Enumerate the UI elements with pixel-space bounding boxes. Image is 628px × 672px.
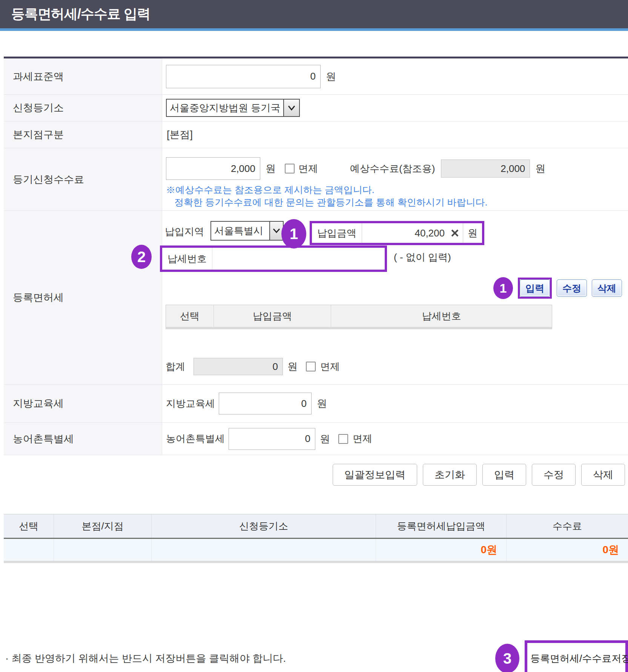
estimate-fee-label: 예상수수료(참조용) bbox=[350, 162, 435, 175]
license-table-header-select: 선택 bbox=[166, 305, 214, 327]
won-unit: 원 bbox=[463, 227, 482, 240]
row-office-type: 본지점구분 [본점] bbox=[4, 121, 628, 148]
input-button[interactable]: 입력 bbox=[482, 464, 526, 486]
tax-number-highlight-box: 납세번호 bbox=[160, 245, 387, 272]
license-delete-button[interactable]: 삭제 bbox=[592, 279, 622, 297]
sum-input bbox=[193, 358, 283, 375]
office-type-value: [본점] bbox=[167, 128, 193, 141]
summary-header-tax-amount: 등록면허세납입금액 bbox=[376, 514, 507, 538]
title-bar: 등록면허세/수수료 입력 bbox=[0, 0, 628, 31]
tax-base-label: 과세표준액 bbox=[4, 58, 162, 94]
bulk-input-button[interactable]: 일괄정보입력 bbox=[333, 464, 417, 486]
step-badge-1: 1 bbox=[493, 277, 513, 299]
license-tax-label: 등록면허세 bbox=[4, 211, 162, 384]
save-button[interactable]: 등록면허세/수수료저장 bbox=[528, 644, 625, 672]
step-badge-1: 1 bbox=[281, 219, 306, 249]
clear-x-icon[interactable] bbox=[447, 229, 463, 237]
amount-highlight-box: 납입금액 40,200 원 bbox=[310, 221, 484, 245]
chevron-down-icon bbox=[273, 228, 280, 233]
footer-note: · 최종 반영하기 위해서는 반드시 저장버튼을 클릭해야 합니다. bbox=[5, 652, 286, 665]
fee-notice-line1: ※예상수수료는 참조용으로 제시하는 금액입니다. bbox=[166, 184, 628, 196]
region-select[interactable]: 서울특별시 bbox=[210, 221, 284, 241]
tax-number-input[interactable] bbox=[212, 248, 385, 270]
tax-number-hint: ( - 없이 입력) bbox=[394, 251, 451, 264]
page-title: 등록면허세/수수료 입력 bbox=[11, 5, 150, 23]
amount-value[interactable]: 40,200 bbox=[362, 227, 447, 239]
license-input-button[interactable]: 입력 bbox=[520, 279, 550, 297]
form-table: 과세표준액 원 신청등기소 서울중앙지방법원 등기국 본지점구분 bbox=[4, 57, 628, 455]
license-table-header-taxno: 납세번호 bbox=[331, 305, 552, 327]
fee-notice: ※예상수수료는 참조용으로 제시하는 금액입니다. 정확한 등기수수료에 대한 … bbox=[166, 184, 628, 209]
won-unit: 원 bbox=[266, 162, 276, 175]
region-selected: 서울특별시 bbox=[211, 222, 269, 240]
summary-table-header: 선택 본점/지점 신청등기소 등록면허세납입금액 수수료 bbox=[4, 514, 628, 539]
summary-cell-select bbox=[4, 539, 54, 561]
summary-table-row[interactable]: 0원 0원 bbox=[4, 539, 628, 563]
input-button-highlight: 입력 bbox=[518, 278, 552, 299]
registry-office-label: 신청등기소 bbox=[4, 95, 162, 121]
won-unit: 원 bbox=[317, 397, 327, 410]
summary-header-office: 본점/지점 bbox=[54, 514, 152, 538]
tax-base-input[interactable] bbox=[166, 65, 321, 88]
license-table-header-amount: 납입금액 bbox=[214, 305, 331, 327]
fee-exempt-label: 면제 bbox=[298, 162, 318, 175]
license-tax-table: 선택 납입금액 납세번호 bbox=[166, 305, 552, 329]
row-license-tax: 등록면허세 납입지역 서울특별시 1 납입금액 40,200 bbox=[4, 211, 628, 385]
note-bullet: · bbox=[5, 653, 9, 664]
fee-notice-line2: 정확한 등기수수료에 대한 문의는 관할등기소를 통해 확인하시기 바랍니다. bbox=[166, 196, 628, 209]
license-tax-actions: 1 입력 수정 삭제 bbox=[493, 277, 622, 299]
rural-exempt-label: 면제 bbox=[353, 432, 372, 445]
reset-button[interactable]: 초기화 bbox=[423, 464, 477, 486]
summary-header-registry: 신청등기소 bbox=[152, 514, 376, 538]
license-tax-sum-line: 합계 원 면제 bbox=[166, 358, 340, 375]
rural-exempt-checkbox[interactable] bbox=[338, 434, 348, 444]
summary-header-fee: 수수료 bbox=[507, 514, 628, 538]
region-select-arrow[interactable] bbox=[269, 222, 283, 240]
won-unit: 원 bbox=[535, 162, 545, 175]
note-text: 최종 반영하기 위해서는 반드시 저장버튼을 클릭해야 합니다. bbox=[12, 653, 286, 664]
sum-label: 합계 bbox=[166, 360, 185, 373]
row-application-fee: 등기신청수수료 원 면제 예상수수료(참조용) 원 ※예상수수료는 참조용으로 … bbox=[4, 148, 628, 211]
summary-cell-tax-amount: 0원 bbox=[376, 539, 507, 561]
application-fee-input[interactable] bbox=[166, 157, 260, 180]
summary-cell-fee: 0원 bbox=[507, 539, 628, 561]
row-local-education-tax: 지방교육세 지방교육세 원 bbox=[4, 385, 628, 423]
registry-office-selected: 서울중앙지방법원 등기국 bbox=[167, 100, 283, 116]
won-unit: 원 bbox=[287, 360, 298, 373]
footer: · 최종 반영하기 위해서는 반드시 저장버튼을 클릭해야 합니다. 3 등록면… bbox=[0, 640, 628, 672]
local-education-tax-input[interactable] bbox=[219, 393, 312, 414]
region-label: 납입지역 bbox=[165, 225, 204, 238]
save-area: 3 등록면허세/수수료저장 bbox=[495, 640, 628, 672]
row-rural-special-tax: 농어촌특별세 농어촌특별세 원 면제 bbox=[4, 423, 628, 455]
rural-special-tax-input[interactable] bbox=[229, 428, 315, 450]
row-registry-office: 신청등기소 서울중앙지방법원 등기국 bbox=[4, 95, 628, 121]
summary-cell-office bbox=[54, 539, 152, 561]
won-unit: 원 bbox=[320, 432, 330, 446]
summary-cell-registry bbox=[152, 539, 376, 561]
amount-label: 납입금액 bbox=[312, 227, 362, 240]
local-education-tax-field-label: 지방교육세 bbox=[166, 397, 215, 410]
summary-header-select: 선택 bbox=[4, 514, 54, 538]
registry-office-select-arrow[interactable] bbox=[283, 100, 299, 116]
fee-exempt-checkbox[interactable] bbox=[285, 164, 295, 173]
edit-button[interactable]: 수정 bbox=[532, 464, 576, 486]
save-button-highlight: 등록면허세/수수료저장 bbox=[525, 640, 628, 672]
step-badge-3: 3 bbox=[495, 644, 519, 672]
step-badge-2: 2 bbox=[131, 245, 152, 269]
license-edit-button[interactable]: 수정 bbox=[557, 279, 587, 297]
application-fee-label: 등기신청수수료 bbox=[4, 148, 162, 210]
page: 등록면허세/수수료 입력 과세표준액 원 신청등기소 서울중앙지방법원 등기국 bbox=[0, 0, 628, 672]
registry-office-select[interactable]: 서울중앙지방법원 등기국 bbox=[166, 99, 300, 117]
sum-exempt-checkbox[interactable] bbox=[306, 362, 316, 371]
summary-table: 선택 본점/지점 신청등기소 등록면허세납입금액 수수료 0원 0원 bbox=[4, 514, 628, 563]
bottom-actions: 일괄정보입력 초기화 입력 수정 삭제 bbox=[4, 464, 625, 486]
estimate-fee-input bbox=[441, 160, 530, 178]
chevron-down-icon bbox=[287, 105, 296, 111]
local-education-tax-label: 지방교육세 bbox=[4, 385, 162, 422]
rural-special-tax-field-label: 농어촌특별세 bbox=[166, 432, 225, 445]
delete-button[interactable]: 삭제 bbox=[581, 464, 625, 486]
rural-special-tax-label: 농어촌특별세 bbox=[4, 423, 162, 455]
office-type-label: 본지점구분 bbox=[4, 121, 162, 148]
row-tax-base: 과세표준액 원 bbox=[4, 58, 628, 95]
won-unit: 원 bbox=[326, 70, 336, 83]
